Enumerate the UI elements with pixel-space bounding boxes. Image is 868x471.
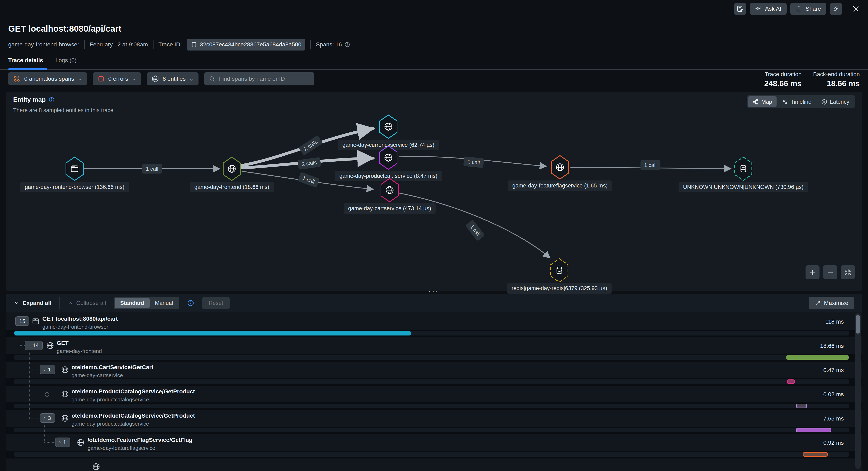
- entity-node-productcatalogservice[interactable]: [379, 145, 398, 170]
- meta-separator: [84, 40, 85, 49]
- info-icon[interactable]: [187, 300, 194, 307]
- info-icon[interactable]: [344, 42, 350, 47]
- mode-standard-button[interactable]: Standard: [115, 298, 150, 308]
- share-button[interactable]: Share: [790, 3, 826, 15]
- ask-ai-button[interactable]: Ask AI: [750, 3, 786, 15]
- span-count-badge[interactable]: › 14: [25, 341, 43, 350]
- panel-resize-handle[interactable]: ...: [429, 287, 439, 291]
- span-bar[interactable]: [796, 428, 831, 432]
- span-bar[interactable]: [786, 355, 849, 360]
- entity-node-label[interactable]: UNKNOWN|UNKNOWN|UNKNOWN (730.96 µs): [679, 182, 808, 192]
- span-count-badge[interactable]: › 1: [40, 365, 55, 374]
- tab-trace-details[interactable]: Trace details: [8, 57, 43, 64]
- plus-icon: [809, 269, 816, 276]
- span-service: game-day-frontend: [57, 348, 102, 355]
- sparkle-icon: [755, 5, 762, 12]
- span-duration: 118 ms: [825, 318, 844, 325]
- span-service: game-day-cartservice: [71, 372, 123, 379]
- chevron-down-icon: ⌄: [132, 76, 136, 82]
- top-action-bar: Ask AI Share: [734, 3, 862, 15]
- globe-icon: [61, 390, 69, 398]
- globe-icon: [379, 145, 398, 170]
- zoom-out-button[interactable]: [823, 265, 837, 279]
- trace-duration-label: Trace duration: [764, 71, 802, 78]
- span-bar[interactable]: [803, 452, 828, 457]
- search-input[interactable]: [219, 75, 310, 82]
- entity-node-frontend[interactable]: [222, 156, 241, 181]
- span-duration: 0.92 ms: [823, 440, 844, 446]
- anomalous-spans-filter[interactable]: 0 anomalous spans ⌄: [8, 72, 87, 86]
- entity-node-currencyservice[interactable]: [379, 114, 398, 139]
- entity-node-label[interactable]: game-day-frontend (18.66 ms): [190, 182, 274, 192]
- ask-ai-label: Ask AI: [765, 5, 781, 12]
- collapse-arrows-icon: [844, 269, 851, 276]
- span-row[interactable]: oteldemo.ProductCatalogService/GetProduc…: [6, 386, 862, 410]
- span-name: /oteldemo.FeatureFlagService/GetFlag: [88, 437, 192, 443]
- entities-hexagon-icon: [152, 75, 159, 82]
- span-search[interactable]: [204, 72, 314, 86]
- expand-all-label: Expand all: [23, 300, 51, 306]
- badge-count: 1: [63, 439, 66, 445]
- timeline-band: [6, 427, 862, 434]
- span-bar[interactable]: [796, 404, 807, 408]
- entity-node-featureflagservice[interactable]: [551, 155, 569, 180]
- error-icon: [98, 75, 104, 82]
- span-row[interactable]: › 3 oteldemo.ProductCatalogService/GetPr…: [6, 410, 862, 434]
- chevron-right-icon: ›: [44, 415, 45, 421]
- chevron-right-icon: ›: [29, 343, 30, 348]
- entity-node-cartservice[interactable]: [380, 178, 399, 203]
- globe-icon: [46, 341, 54, 350]
- span-row[interactable]: 15 GET localhost:8080/api/cart game-day-…: [6, 313, 862, 337]
- close-button[interactable]: [850, 3, 862, 15]
- collapse-all-button[interactable]: Collapse all: [68, 300, 106, 306]
- span-count-badge[interactable]: 15: [15, 316, 29, 326]
- span-bar[interactable]: [787, 379, 795, 384]
- timeline-band: [6, 330, 862, 337]
- mode-manual-button[interactable]: Manual: [150, 298, 179, 308]
- globe-icon: [551, 155, 569, 180]
- maximize-button[interactable]: Maximize: [809, 297, 854, 309]
- span-row[interactable]: › 14 GET game-day-frontend 18.66 ms: [6, 337, 862, 362]
- tab-bar: Trace details Logs (0): [8, 57, 76, 64]
- tab-active-indicator: [8, 68, 47, 70]
- waterfall-toolbar: Expand all Collapse all Standard Manual …: [6, 294, 862, 312]
- entities-filter[interactable]: 8 entities ⌄: [147, 72, 198, 86]
- annotate-button[interactable]: [734, 3, 746, 15]
- timeline-track: [14, 379, 849, 384]
- entity-node-label[interactable]: game-day-cartservice (473.14 µs): [344, 203, 436, 214]
- entity-node-unknown-database[interactable]: [734, 156, 753, 181]
- page-title: GET localhost:8080/api/cart: [8, 24, 121, 34]
- anomalous-spans-icon: [13, 75, 21, 82]
- span-row[interactable]: › 1 /oteldemo.FeatureFlagService/GetFlag…: [6, 434, 862, 459]
- entity-node-redis[interactable]: [550, 258, 569, 283]
- edge-call-count: 1 call: [463, 157, 484, 168]
- span-count-badge[interactable]: › 3: [40, 413, 55, 423]
- timeline-track: [14, 404, 849, 408]
- edge-call-count: 1 call: [142, 164, 162, 174]
- reset-button[interactable]: Reset: [202, 297, 230, 309]
- zoom-in-button[interactable]: [806, 265, 819, 279]
- trace-id-chip[interactable]: 32c087ec434bce28367e5a684da8a500: [187, 39, 306, 51]
- span-bar[interactable]: [14, 331, 411, 335]
- database-icon: [734, 156, 753, 181]
- tab-logs[interactable]: Logs (0): [56, 57, 76, 64]
- copy-link-button[interactable]: [830, 3, 842, 15]
- span-row[interactable]: › 1 oteldemo.CartService/GetCart game-da…: [6, 362, 862, 386]
- expand-all-button[interactable]: Expand all: [14, 300, 51, 306]
- errors-filter[interactable]: 0 errors ⌄: [93, 72, 141, 86]
- span-row-partial[interactable]: [6, 459, 862, 471]
- globe-icon: [61, 414, 69, 422]
- span-name: GET: [57, 340, 69, 346]
- entity-node-label[interactable]: game-day-featureflagservice (1.65 ms): [508, 180, 612, 191]
- waterfall-scrollbar[interactable]: [855, 313, 861, 469]
- entity-node-label[interactable]: redis|game-day-redis|6379 (325.93 µs): [507, 283, 612, 294]
- entity-node-frontend-browser[interactable]: [65, 156, 84, 181]
- actions-divider: [846, 4, 846, 13]
- link-icon: [833, 5, 839, 12]
- entity-node-label[interactable]: game-day-frontend-browser (136.66 ms): [20, 182, 129, 192]
- entities-label: 8 entities: [163, 75, 186, 82]
- span-count-badge[interactable]: › 1: [55, 438, 70, 447]
- meta-separator: [153, 40, 154, 49]
- fit-view-button[interactable]: [841, 265, 855, 279]
- scrollbar-thumb[interactable]: [856, 315, 860, 334]
